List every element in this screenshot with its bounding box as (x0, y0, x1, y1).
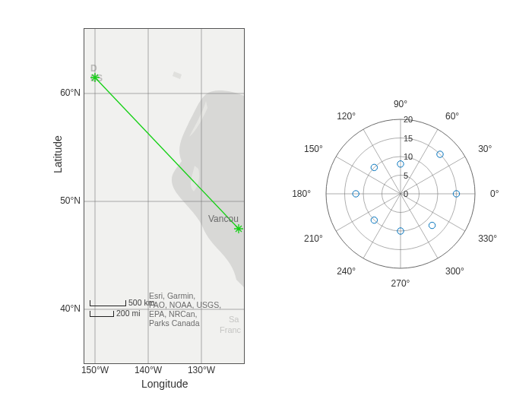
polar-r-tick: 20 (404, 115, 413, 124)
map-ytick: 50°N (43, 195, 81, 206)
map-xtick: 150°W (76, 365, 114, 375)
polar-axes: 0°30°60°90°120°150°180°210°240°270°300°3… (298, 91, 503, 296)
polar-theta-tick: 90° (394, 99, 407, 109)
svg-line-23 (363, 194, 401, 258)
polar-theta-tick: 180° (292, 188, 311, 199)
map-xtick: 130°W (182, 365, 220, 375)
svg-line-19 (363, 129, 401, 194)
polar-r-tick: 0 (404, 189, 408, 198)
polar-r-tick: 10 (404, 152, 413, 161)
map-xtick: 140°W (129, 365, 167, 375)
polar-theta-tick: 300° (445, 266, 464, 277)
map-attribution: Esri, Garmin, FAO, NOAA, USGS, EPA, NRCa… (149, 291, 248, 328)
map-ylabel: Latitude (52, 135, 64, 173)
svg-line-20 (336, 157, 401, 194)
polar-theta-tick: 210° (304, 233, 323, 244)
map-xlabel: Longitude (141, 378, 188, 390)
polar-theta-tick: 0° (490, 188, 499, 199)
svg-line-25 (401, 194, 438, 258)
svg-line-16 (401, 157, 465, 194)
polar-theta-tick: 330° (478, 233, 497, 244)
map-ytick: 40°N (43, 303, 81, 314)
polar-theta-tick: 30° (478, 144, 492, 154)
polar-point (429, 222, 435, 228)
map-ytick: 60°N (43, 87, 81, 98)
svg-line-26 (401, 194, 465, 231)
polar-theta-tick: 150° (304, 144, 323, 154)
polar-r-tick: 5 (404, 171, 408, 180)
polar-theta-tick: 240° (337, 266, 356, 277)
map-scalebar: 500 km 200 mi (90, 297, 154, 318)
polar-theta-tick: 270° (391, 278, 410, 289)
polar-theta-tick: 60° (445, 111, 459, 122)
polar-r-tick: 15 (404, 134, 413, 143)
svg-text:D: D (90, 63, 97, 74)
map-city-label: Vancou (208, 214, 239, 224)
svg-line-22 (336, 194, 401, 231)
polar-theta-tick: 120° (337, 111, 356, 122)
